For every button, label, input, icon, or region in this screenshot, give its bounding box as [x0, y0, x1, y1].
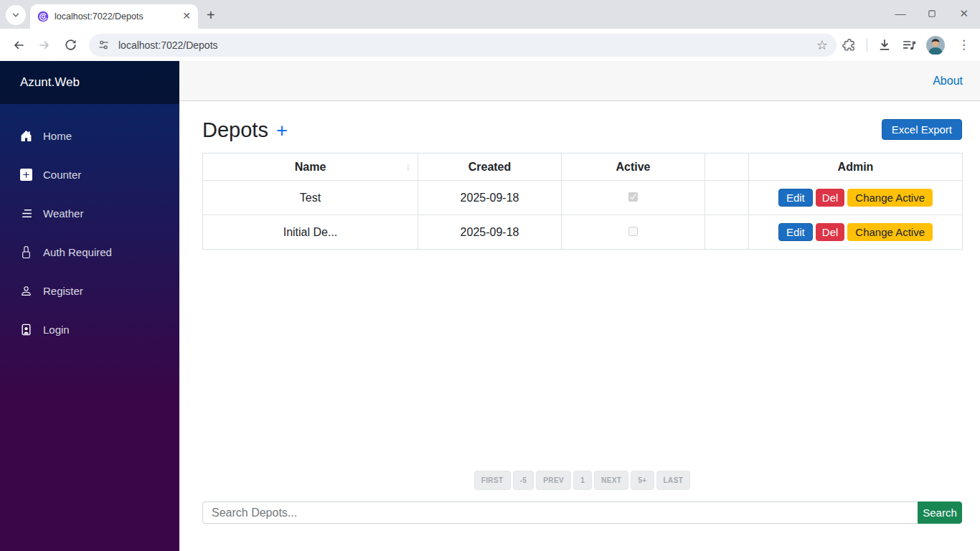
edit-button[interactable]: Edit: [778, 189, 813, 207]
sidebar-item-label: Counter: [43, 169, 81, 181]
cell-name: Test: [203, 181, 418, 215]
page-minus5-button[interactable]: -5: [513, 471, 534, 490]
active-checkbox: [628, 227, 638, 236]
del-button[interactable]: Del: [816, 223, 845, 241]
cell-blank: [705, 181, 749, 215]
url-text: localhost:7022/Depots: [118, 39, 816, 51]
browser-menu-icon[interactable]: ⋮: [955, 37, 973, 52]
active-checkbox: [628, 192, 638, 202]
person-icon: [20, 285, 32, 297]
sidebar-item-register[interactable]: Register: [7, 273, 172, 308]
plus-square-icon: [20, 169, 32, 181]
browser-tab[interactable]: localhost:7022/Depots ✕: [30, 4, 198, 29]
lock-icon: [20, 246, 32, 258]
reload-icon[interactable]: [60, 35, 80, 55]
change-active-button[interactable]: Change Active: [847, 189, 933, 207]
sidebar: Azunt.Web Home Counter Weather: [0, 61, 179, 551]
about-link[interactable]: About: [933, 75, 963, 88]
excel-export-button[interactable]: Excel Export: [882, 119, 962, 140]
browser-tab-strip: localhost:7022/Depots ✕ + — ✕: [0, 0, 980, 29]
cell-created: 2025-09-18: [418, 181, 562, 215]
extensions-icon[interactable]: [842, 38, 857, 52]
table-row: Initial De... 2025-09-18 Edit Del Change…: [203, 215, 963, 250]
page-prev-button[interactable]: PREV: [536, 471, 571, 490]
sidebar-nav: Home Counter Weather Auth Required: [0, 104, 179, 347]
cell-created: 2025-09-18: [418, 215, 562, 250]
column-header-active[interactable]: Active: [562, 154, 705, 181]
search-input[interactable]: [202, 501, 918, 524]
sidebar-item-label: Home: [43, 130, 72, 142]
change-active-button[interactable]: Change Active: [847, 223, 933, 241]
tab-search-button[interactable]: [6, 5, 26, 25]
chevron-down-icon: [11, 10, 21, 20]
cell-name: Initial De...: [203, 215, 418, 250]
edit-button[interactable]: Edit: [778, 223, 813, 241]
person-badge-icon: [20, 324, 32, 336]
cell-admin: Edit Del Change Active: [749, 215, 963, 250]
site-settings-icon[interactable]: [98, 39, 110, 51]
sidebar-item-counter[interactable]: Counter: [7, 157, 172, 192]
column-header-name[interactable]: Name ↕: [203, 154, 418, 181]
sidebar-item-label: Register: [43, 285, 83, 297]
page-first-button[interactable]: FIRST: [474, 471, 511, 490]
forward-icon[interactable]: [34, 35, 55, 55]
page-next-button[interactable]: NEXT: [594, 471, 628, 490]
cell-active: [562, 215, 705, 250]
media-controls-icon[interactable]: [902, 38, 916, 52]
column-header-created[interactable]: Created: [418, 154, 562, 181]
profile-avatar[interactable]: [926, 36, 945, 55]
page-title-group: Depots+: [202, 118, 288, 142]
table-header-row: Name ↕ Created Active Admin: [203, 154, 963, 181]
page-plus5-button[interactable]: 5+: [631, 471, 654, 490]
add-depot-link[interactable]: +: [276, 120, 288, 141]
new-tab-button[interactable]: +: [207, 9, 215, 22]
tab-title: localhost:7022/Depots: [55, 11, 175, 22]
app-brand[interactable]: Azunt.Web: [0, 61, 179, 104]
window-maximize-icon[interactable]: [928, 9, 937, 19]
tab-close-icon[interactable]: ✕: [181, 11, 192, 22]
sidebar-item-home[interactable]: Home: [7, 118, 172, 153]
sidebar-item-label: Weather: [43, 207, 83, 220]
address-bar[interactable]: localhost:7022/Depots ☆: [89, 34, 837, 57]
cell-active: [562, 181, 705, 215]
toolbar-divider: [867, 38, 867, 52]
column-header-admin: Admin: [749, 154, 963, 181]
window-close-icon[interactable]: ✕: [959, 8, 969, 19]
browser-toolbar: localhost:7022/Depots ☆ ⋮: [0, 29, 980, 61]
pagination: FIRST -5 PREV 1 NEXT 5+ LAST: [202, 471, 962, 490]
cell-blank: [705, 215, 749, 250]
page-title: Depots: [202, 118, 268, 141]
page-last-button[interactable]: LAST: [656, 471, 691, 490]
bookmark-star-icon[interactable]: ☆: [816, 37, 828, 53]
sidebar-item-auth-required[interactable]: Auth Required: [7, 235, 172, 269]
search-button[interactable]: Search: [918, 501, 962, 524]
download-icon[interactable]: [877, 38, 892, 52]
back-icon[interactable]: [9, 35, 29, 55]
sidebar-item-weather[interactable]: Weather: [7, 196, 172, 230]
sidebar-item-label: Auth Required: [43, 246, 112, 258]
page-number-button[interactable]: 1: [573, 471, 592, 490]
window-minimize-icon[interactable]: —: [895, 8, 905, 19]
page-content: Depots+ Excel Export Name ↕ Created Acti…: [179, 101, 980, 551]
list-nested-icon: [20, 207, 32, 220]
top-bar: About: [179, 61, 980, 101]
table-row: Test 2025-09-18 Edit Del Change Active: [203, 181, 963, 215]
cell-admin: Edit Del Change Active: [749, 181, 963, 215]
site-favicon: [37, 11, 49, 22]
search-bar: Search: [202, 501, 962, 524]
depots-table: Name ↕ Created Active Admin Test 2025-09…: [202, 153, 963, 250]
sort-icon[interactable]: ↕: [406, 161, 411, 171]
sidebar-item-label: Login: [43, 324, 70, 336]
sidebar-item-login[interactable]: Login: [7, 312, 172, 347]
del-button[interactable]: Del: [816, 189, 845, 207]
column-header-blank: [705, 154, 749, 181]
home-icon: [20, 130, 32, 142]
